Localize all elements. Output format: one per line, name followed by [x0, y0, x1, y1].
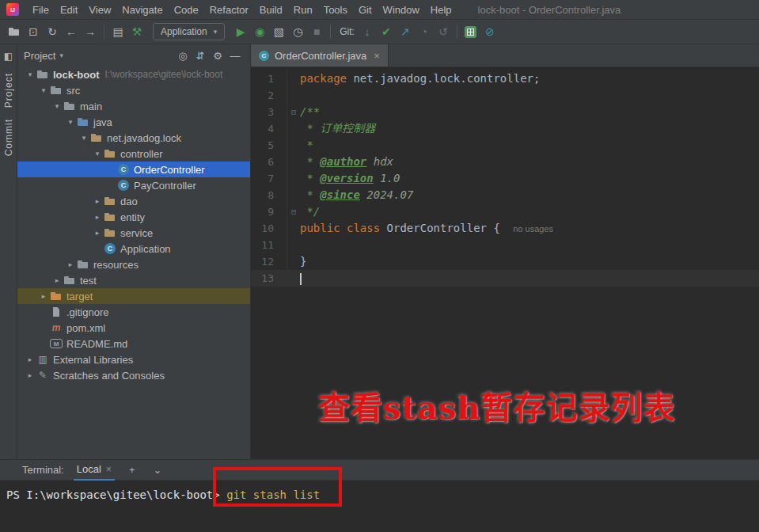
git-update-icon[interactable]: ↓	[358, 23, 377, 40]
project-structure-icon[interactable]: ▤	[108, 23, 127, 40]
tree-item-pom-xml[interactable]: mpom.xml	[17, 320, 250, 336]
chevron-down-icon[interactable]: ▾	[37, 86, 50, 94]
chevron-right-icon[interactable]: ▸	[37, 292, 50, 300]
source-folder-icon	[77, 116, 89, 128]
menu-code[interactable]: Code	[169, 0, 204, 20]
tree-item-ordercontroller[interactable]: COrderController	[17, 162, 250, 177]
chevron-right-icon[interactable]: ▸	[51, 276, 63, 284]
sync-icon[interactable]: ↻	[43, 23, 62, 40]
inspections-icon[interactable]: ⊘	[480, 23, 499, 40]
code-line-7[interactable]: 7 * @version 1.0	[251, 170, 759, 187]
tree-item-resources[interactable]: ▸resources	[17, 256, 250, 272]
menu-help[interactable]: Help	[425, 0, 457, 20]
debug-icon[interactable]: ◉	[250, 23, 269, 40]
menu-window[interactable]: Window	[378, 0, 425, 20]
menu-build[interactable]: Build	[254, 0, 288, 20]
menu-refactor[interactable]: Refactor	[204, 0, 254, 20]
chevron-right-icon[interactable]: ▸	[91, 229, 104, 237]
tree-item-dao[interactable]: ▸dao	[17, 193, 250, 209]
menu-run[interactable]: Run	[288, 0, 318, 20]
line-number: 1	[251, 70, 287, 87]
git-commit-icon[interactable]: ✔	[377, 23, 396, 40]
tree-item-gitignore[interactable]: .gitignore	[17, 304, 250, 320]
menu-navigate[interactable]: Navigate	[116, 0, 168, 20]
code-line-10[interactable]: 10public class OrderController { no usag…	[251, 220, 759, 237]
stripe-project-button[interactable]: Project	[3, 73, 14, 108]
code-line-8[interactable]: 8 * @since 2024.07	[251, 187, 759, 203]
project-view-selector[interactable]: Project	[24, 50, 55, 62]
folder-icon	[63, 274, 76, 287]
tree-item-external-libraries[interactable]: ▸▥External Libraries	[17, 352, 250, 367]
build-hammer-icon[interactable]: ⚒	[127, 23, 146, 40]
tree-item-service[interactable]: ▸service	[17, 225, 250, 241]
menu-file[interactable]: File	[27, 0, 55, 20]
chevron-right-icon[interactable]: ▸	[24, 355, 36, 363]
code-line-6[interactable]: 6 * @author hdx	[251, 154, 759, 170]
code-line-1[interactable]: 1package net.javadog.lock.controller;	[251, 70, 759, 87]
profiler-icon[interactable]: ◷	[288, 23, 307, 40]
chevron-right-icon[interactable]: ▸	[91, 197, 104, 205]
tree-item-paycontroller[interactable]: CPayController	[17, 177, 250, 193]
tree-item-application[interactable]: CApplication	[17, 241, 250, 256]
tree-item-lock-boot[interactable]: ▾lock-bootI:\workspace\gitee\lock-boot	[17, 66, 250, 82]
tree-item-entity[interactable]: ▸entity	[17, 209, 250, 225]
chevron-right-icon[interactable]: ▸	[91, 213, 104, 221]
tree-item-target[interactable]: ▸target	[17, 288, 250, 304]
chevron-down-icon[interactable]: ▾	[24, 70, 36, 78]
tree-item-main[interactable]: ▾main	[17, 98, 250, 114]
back-icon[interactable]: ←	[62, 23, 81, 40]
menu-git[interactable]: Git	[353, 0, 378, 20]
chevron-down-icon[interactable]: ▾	[59, 51, 63, 59]
save-all-icon[interactable]: ⊡	[24, 23, 43, 40]
open-project-icon[interactable]	[5, 23, 24, 40]
stripe-commit-button[interactable]: Commit	[3, 119, 14, 156]
chevron-down-icon[interactable]: ⌄	[150, 464, 165, 476]
chevron-right-icon[interactable]: ▸	[24, 371, 36, 379]
chevron-down-icon[interactable]: ▾	[51, 102, 63, 110]
tree-item-src[interactable]: ▾src	[17, 82, 250, 98]
folder-icon	[63, 100, 76, 112]
code-line-12[interactable]: 12}	[251, 253, 759, 270]
code-area[interactable]: 1package net.javadog.lock.controller;23⊟…	[251, 67, 759, 459]
code-line-4[interactable]: 4 * 订单控制器	[251, 120, 759, 137]
terminal-tab-local[interactable]: Local ×	[74, 460, 115, 481]
chevron-down-icon[interactable]: ▾	[64, 118, 77, 126]
tree-item-controller[interactable]: ▾controller	[17, 146, 250, 162]
fold-icon[interactable]: ⊟	[287, 104, 300, 120]
code-line-13[interactable]: 13	[251, 270, 759, 287]
collapse-all-icon[interactable]: ⇵	[192, 50, 209, 62]
gear-icon[interactable]: ⚙	[209, 50, 226, 62]
tree-item-java[interactable]: ▾java	[17, 114, 250, 130]
tab-ordercontroller[interactable]: C OrderController.java ×	[251, 44, 389, 66]
diff-grid-icon[interactable]	[461, 23, 480, 40]
tree-item-scratches-and-consoles[interactable]: ▸✎Scratches and Consoles	[17, 367, 250, 383]
fold-icon[interactable]: ⊟	[287, 203, 300, 220]
close-icon[interactable]: ×	[106, 464, 112, 475]
code-line-9[interactable]: 9⊟ */	[251, 203, 759, 220]
menu-tools[interactable]: Tools	[318, 0, 353, 20]
new-session-icon[interactable]: +	[124, 464, 140, 476]
forward-icon[interactable]: →	[81, 23, 100, 40]
project-tool-icon[interactable]: ◧	[4, 51, 13, 62]
terminal-output[interactable]: PS I:\workspace\gitee\lock-boot> git sta…	[0, 481, 759, 532]
code-line-5[interactable]: 5 *	[251, 137, 759, 154]
chevron-right-icon[interactable]: ▸	[64, 260, 77, 268]
git-push-icon[interactable]: ↗	[396, 23, 415, 40]
locate-file-icon[interactable]: ◎	[174, 50, 192, 62]
tree-item-readme-md[interactable]: MREADME.md	[17, 336, 250, 352]
run-icon[interactable]: ▶	[231, 23, 250, 40]
run-configuration-select[interactable]: Application ▾	[153, 23, 225, 40]
tree-item-net-javadog-lock[interactable]: ▾net.javadog.lock	[17, 130, 250, 146]
code-line-3[interactable]: 3⊟/**	[251, 104, 759, 120]
code-line-11[interactable]: 11	[251, 237, 759, 253]
line-number: 13	[251, 270, 287, 287]
coverage-icon[interactable]: ▧	[269, 23, 288, 40]
chevron-down-icon[interactable]: ▾	[78, 134, 90, 142]
menu-edit[interactable]: Edit	[55, 0, 83, 20]
code-line-2[interactable]: 2	[251, 87, 759, 104]
close-icon[interactable]: ×	[374, 50, 380, 62]
chevron-down-icon[interactable]: ▾	[91, 150, 104, 158]
menu-view[interactable]: View	[83, 0, 116, 20]
tree-item-test[interactable]: ▸test	[17, 272, 250, 288]
hide-panel-icon[interactable]: —	[226, 50, 244, 62]
